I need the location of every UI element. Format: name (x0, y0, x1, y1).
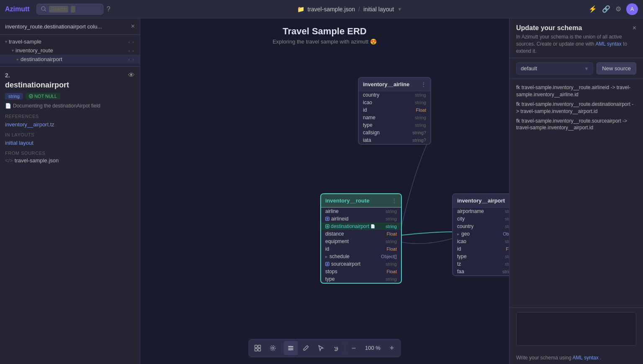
search-shortcut: / (71, 6, 75, 13)
rp-schema-area (509, 308, 643, 351)
svg-rect-14 (255, 349, 257, 351)
rp-title-area: Update your schema In Azimutt your schem… (516, 24, 633, 54)
table-row: airlinestring (321, 208, 401, 215)
source-select[interactable]: default ▼ (516, 62, 593, 74)
search-icon (41, 6, 46, 12)
references-section: References inventory__airport.tz (5, 114, 135, 128)
table-row: airportnamestring (453, 208, 509, 215)
doc-icon: 📄 (5, 103, 11, 109)
toolbar-edit-button[interactable] (298, 341, 313, 355)
nav-center: 📁 travel-sample.json / initial layout ▼ (111, 6, 589, 13)
tree-nav-prev-dest[interactable]: ‹ (128, 57, 131, 62)
layout-link[interactable]: initial layout (5, 140, 33, 146)
rp-title: Update your schema (516, 24, 633, 32)
search-bar[interactable]: Search / (36, 4, 103, 15)
toolbar-grid-button[interactable] (250, 341, 265, 355)
toolbar-divider (281, 343, 282, 354)
table-menu-route[interactable]: ⋮ (391, 197, 397, 204)
table-row: distanceFloat (321, 230, 401, 238)
settings-icon[interactable]: ⚙ (615, 5, 621, 13)
close-sidebar-button[interactable]: × (131, 23, 135, 30)
table-row: faastring? (453, 268, 509, 275)
project-name[interactable]: travel-sample.json (308, 6, 355, 13)
table-row: countrystring (359, 91, 430, 99)
hand-icon (332, 345, 339, 351)
table-row: countrystring (453, 223, 509, 230)
table-row: destinationairport 📄 string (321, 223, 401, 230)
aml-syntax-footer-link[interactable]: AML syntax (573, 355, 599, 361)
chevron-down-icon: ▾ (5, 39, 7, 44)
type-badge: string (5, 93, 23, 100)
table-menu-airline[interactable]: ⋮ (421, 81, 426, 87)
new-source-button[interactable]: New source (597, 62, 636, 74)
tree-nav-next[interactable]: › (131, 39, 135, 44)
table-row: idFloat (359, 106, 430, 114)
nav-separator: / (358, 6, 360, 13)
table-row: equipmentstring (321, 238, 401, 245)
aml-syntax-link[interactable]: AML syntax (595, 41, 621, 47)
rp-subtitle: In Azimutt your schema is the union of a… (516, 33, 633, 54)
in-layouts-label: In layouts (5, 132, 135, 137)
table-title-airline: inventory__airline (363, 81, 409, 87)
canvas: Travel Sample ERD Exploring the travel s… (140, 18, 509, 364)
layout-name[interactable]: initial layout (363, 6, 394, 13)
schema-input[interactable] (516, 312, 636, 346)
toolbar-cursor-button[interactable] (314, 341, 328, 355)
table-row: iatastring? (359, 136, 430, 144)
table-header-route[interactable]: inventory__route ⋮ (321, 194, 401, 208)
logo: Azimutt (5, 5, 30, 13)
grid-icon (254, 345, 261, 351)
help-icon[interactable]: ? (107, 5, 111, 13)
erd-table-airport: inventory__airport ⋮ airportnamestring c… (452, 193, 509, 276)
reference-link[interactable]: inventory__airport.tz (5, 121, 54, 128)
table-row: icaostring (359, 99, 430, 106)
close-right-panel-button[interactable]: × (633, 24, 636, 32)
table-row: icaostring (453, 238, 509, 245)
tree-nav-next-dest[interactable]: › (131, 57, 135, 62)
lightning-icon[interactable]: ⚡ (589, 5, 597, 13)
tree-nav-route: ‹ › (128, 48, 135, 53)
tree-item-inventory-route[interactable]: ▾ inventory_route ‹ › (0, 46, 140, 55)
tree-item-travel-sample[interactable]: ▾ travel-sample ‹ › (0, 37, 140, 46)
table-row: tzstring (453, 260, 509, 268)
table-row: sourceairport string (321, 260, 401, 268)
eye-icon[interactable]: 👁 (128, 72, 135, 79)
table-title-airport: inventory__airport (457, 197, 505, 204)
tree-nav-prev[interactable]: ‹ (128, 39, 131, 44)
zoom-out-button[interactable]: − (347, 341, 361, 355)
main: inventory_route.destinationairport colu.… (0, 18, 643, 364)
table-header-airport[interactable]: inventory__airport ⋮ (453, 194, 509, 208)
erd-title: Travel Sample ERD (140, 26, 509, 37)
rp-source-bar: default ▼ New source (509, 58, 643, 79)
field-number: 2. (5, 72, 10, 79)
zoom-in-button[interactable]: + (385, 341, 399, 355)
nav-actions: ⚡ 🔗 ⚙ A (589, 3, 638, 15)
tree-nav-prev-route[interactable]: ‹ (128, 48, 131, 53)
tree-item-destinationairport[interactable]: ▸ destinationairport ‹ › (0, 55, 140, 64)
table-row: airlineid string (321, 215, 401, 223)
folder-icon: 📁 (297, 6, 304, 13)
table-row: citystring (453, 215, 509, 223)
from-sources-label: From sources (5, 151, 135, 156)
tree-label-travel-sample: travel-sample (9, 38, 41, 45)
search-placeholder: Search (49, 6, 68, 13)
zoom-level: 100 % (362, 341, 384, 355)
canvas-title: Travel Sample ERD Exploring the travel s… (140, 18, 509, 45)
table-header-airline[interactable]: inventory__airline ⋮ (359, 78, 430, 91)
list-icon (287, 345, 294, 351)
toolbar-settings-button[interactable] (265, 341, 280, 355)
tree-section: ▾ travel-sample ‹ › ▾ inventory_route ‹ … (0, 35, 140, 67)
shield-icon (29, 94, 33, 98)
toolbar-list-button[interactable] (283, 341, 298, 355)
avatar[interactable]: A (626, 3, 638, 15)
share-icon[interactable]: 🔗 (602, 5, 610, 13)
toolbar-hand-button[interactable] (329, 341, 343, 355)
source-tag: </> travel-sample.json (5, 157, 135, 164)
table-row: typestring (453, 253, 509, 260)
field-name: destinationairport (5, 81, 135, 90)
svg-point-17 (270, 346, 275, 351)
edit-icon (302, 345, 309, 351)
table-row: namestring (359, 114, 430, 121)
table-row: typestring (359, 121, 430, 129)
tree-nav-next-route[interactable]: › (131, 48, 135, 53)
